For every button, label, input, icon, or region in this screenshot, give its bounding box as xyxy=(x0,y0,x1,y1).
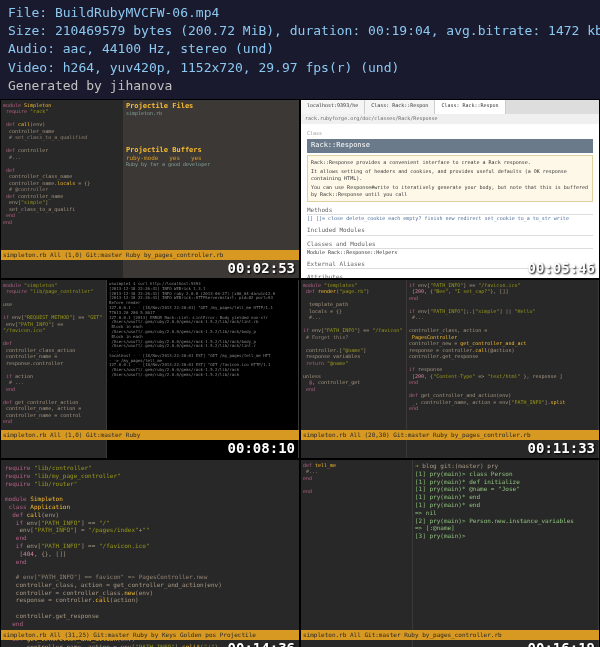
thumb-5: require "lib/controller" require "lib/my… xyxy=(0,459,300,647)
timestamp-4: 00:11:33 xyxy=(528,440,595,456)
timestamp-3: 00:08:10 xyxy=(228,440,295,456)
thumbnail-grid: module Simpleton require "rack" def call… xyxy=(0,99,600,647)
timestamp-5: 00:14:36 xyxy=(228,640,295,647)
thumb-3: module "simpleton" require "lib/page_con… xyxy=(0,279,300,459)
thumb-4: module "templates" def render("page.rb")… xyxy=(300,279,600,459)
timestamp-6: 00:16:19 xyxy=(528,640,595,647)
thumb-2: localhost:9393/he Class: Rack::Respon Cl… xyxy=(300,99,600,279)
thumb-6: def tell_me #... end end ➜ blog git:(mas… xyxy=(300,459,600,647)
timestamp-1: 00:02:53 xyxy=(228,260,295,276)
timestamp-2: 00:05:46 xyxy=(528,260,595,276)
file-info-header: File: BuildRubyMVCFW-06.mp4 Size: 210469… xyxy=(0,0,600,99)
thumb-1: module Simpleton require "rack" def call… xyxy=(0,99,300,279)
